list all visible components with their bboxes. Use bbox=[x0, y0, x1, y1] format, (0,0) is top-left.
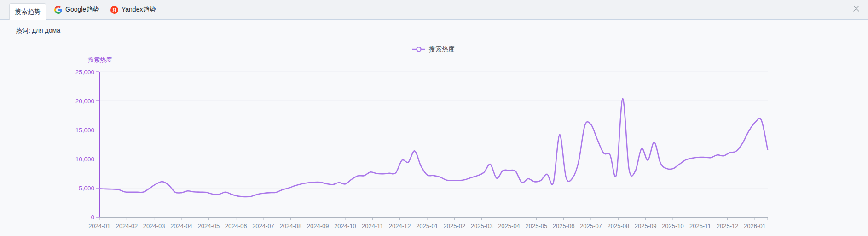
trend-chart-svg: 2024-012024-022024-032024-042024-052024-… bbox=[0, 0, 868, 236]
close-icon bbox=[853, 5, 860, 12]
svg-text:2024-07: 2024-07 bbox=[252, 223, 274, 230]
svg-text:2025-03: 2025-03 bbox=[471, 223, 493, 230]
svg-text:2024-01: 2024-01 bbox=[88, 223, 110, 230]
svg-text:2024-11: 2024-11 bbox=[362, 223, 383, 230]
tab-google-trend[interactable]: Google趋势 bbox=[54, 0, 99, 19]
svg-text:2025-11: 2025-11 bbox=[689, 223, 711, 230]
svg-text:2025-01: 2025-01 bbox=[416, 223, 438, 230]
svg-text:2024-06: 2024-06 bbox=[225, 223, 247, 230]
svg-text:15,000: 15,000 bbox=[75, 127, 94, 134]
svg-text:2026-01: 2026-01 bbox=[744, 223, 766, 230]
svg-text:2025-05: 2025-05 bbox=[525, 223, 547, 230]
tab-google-trend-label: Google趋势 bbox=[65, 6, 99, 14]
svg-text:2025-10: 2025-10 bbox=[662, 223, 684, 230]
svg-text:2024-12: 2024-12 bbox=[389, 223, 411, 230]
svg-text:2024-10: 2024-10 bbox=[334, 223, 356, 230]
svg-text:2025-12: 2025-12 bbox=[717, 223, 739, 230]
svg-text:2024-08: 2024-08 bbox=[279, 223, 301, 230]
svg-text:20,000: 20,000 bbox=[75, 98, 94, 105]
svg-text:2024-09: 2024-09 bbox=[307, 223, 329, 230]
tab-search-trend[interactable]: 搜索趋势 bbox=[9, 3, 46, 20]
tab-yandex-trend[interactable]: Я Yandex趋势 bbox=[110, 0, 156, 19]
legend-label: 搜索热度 bbox=[429, 45, 455, 53]
hot-word-label: 热词: для дома bbox=[16, 27, 60, 35]
svg-text:2025-02: 2025-02 bbox=[443, 223, 465, 230]
svg-text:0: 0 bbox=[91, 214, 94, 221]
svg-text:10,000: 10,000 bbox=[75, 156, 94, 163]
svg-text:2025-04: 2025-04 bbox=[498, 223, 520, 230]
svg-text:2024-04: 2024-04 bbox=[170, 223, 192, 230]
svg-text:25,000: 25,000 bbox=[75, 69, 94, 76]
close-button[interactable] bbox=[851, 4, 861, 13]
yandex-logo-icon: Я bbox=[110, 6, 118, 14]
svg-text:搜索热度: 搜索热度 bbox=[87, 56, 112, 63]
svg-text:2025-09: 2025-09 bbox=[635, 223, 657, 230]
svg-text:2024-03: 2024-03 bbox=[143, 223, 165, 230]
svg-text:2024-05: 2024-05 bbox=[197, 223, 220, 230]
google-logo-icon bbox=[54, 6, 62, 14]
svg-text:2025-06: 2025-06 bbox=[553, 223, 575, 230]
legend-item-search-heat[interactable]: 搜索热度 bbox=[412, 45, 455, 54]
legend-line-marker-icon bbox=[412, 47, 425, 52]
svg-text:2024-02: 2024-02 bbox=[116, 223, 138, 230]
tab-yandex-trend-label: Yandex趋势 bbox=[122, 6, 156, 14]
svg-text:2025-08: 2025-08 bbox=[607, 223, 629, 230]
svg-text:2025-07: 2025-07 bbox=[580, 223, 602, 230]
trend-line-chart[interactable]: 2024-012024-022024-032024-042024-052024-… bbox=[0, 0, 868, 236]
svg-text:5,000: 5,000 bbox=[79, 185, 94, 192]
tab-search-trend-label: 搜索趋势 bbox=[15, 8, 41, 16]
